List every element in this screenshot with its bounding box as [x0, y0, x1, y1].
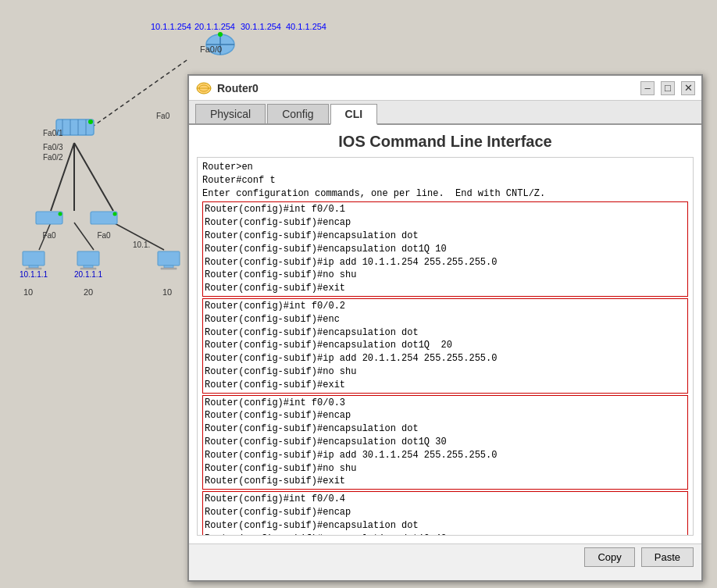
close-button[interactable]: ✕ [681, 81, 695, 95]
minimize-button[interactable]: – [640, 81, 655, 95]
svg-rect-28 [164, 265, 173, 268]
svg-rect-23 [26, 268, 41, 269]
pc1-switch: Fa0 [35, 211, 63, 240]
ip-label-20: 20.1.1.254 [194, 22, 235, 31]
cli-title: IOS Command Line Interface [189, 125, 701, 157]
cmd-block-3: Router(config)#int f0/0.3 Router(config-… [202, 395, 688, 490]
cli-line-conf: Router#conf t [202, 174, 688, 187]
cli-terminal[interactable]: Router>en Router#conf t Enter configurat… [197, 157, 694, 536]
tab-config[interactable]: Config [267, 104, 328, 123]
maximize-button[interactable]: □ [661, 81, 675, 95]
svg-rect-24 [77, 251, 99, 265]
svg-rect-21 [23, 251, 45, 265]
subnet-label: 10.1. [133, 241, 150, 249]
svg-line-2 [74, 143, 113, 211]
svg-line-0 [86, 59, 187, 131]
copy-button[interactable]: Copy [584, 547, 634, 567]
fa0-0-label: Fa0/0 [200, 45, 222, 54]
window-titlebar: Router0 – □ ✕ [189, 76, 701, 101]
tab-cli[interactable]: CLI [330, 104, 378, 125]
svg-rect-27 [158, 251, 180, 265]
cli-line-en: Router>en [202, 161, 688, 174]
cmd-block-4: Router(config)#int f0/0.4 Router(config-… [202, 491, 688, 536]
ip-label-10: 10.1.1.254 [151, 22, 191, 31]
window-title: Router0 [217, 82, 259, 94]
fa01-label: Fa0/1 [43, 129, 63, 137]
vlan10-label: 10 [23, 287, 33, 297]
fa02-label: Fa0/2 [43, 153, 63, 162]
vlan30-label: 10 [162, 287, 172, 297]
svg-rect-25 [84, 265, 93, 268]
tab-physical[interactable]: Physical [195, 104, 266, 123]
ip-label-30: 30.1.1.254 [241, 22, 281, 31]
title-left: Router0 [195, 81, 259, 95]
pc2-switch: Fa0 [90, 211, 118, 240]
cmd-block-2: Router(config)#int f0/0.2 Router(config-… [202, 298, 688, 394]
pc-20: 20.1.1.1 [74, 250, 102, 279]
svg-rect-22 [29, 265, 38, 268]
fa03-label: Fa0/3 [43, 143, 63, 151]
svg-point-16 [88, 119, 93, 124]
svg-point-18 [59, 212, 62, 216]
window-content: IOS Command Line Interface Router>en Rou… [189, 125, 701, 573]
window-tabs: Physical Config CLI [189, 101, 701, 125]
svg-point-20 [113, 212, 117, 216]
fa0-conn-label: Fa0 [156, 112, 169, 120]
window-footer: Copy Paste [189, 543, 701, 573]
cmd-block-1: Router(config)#int f0/0.1 Router(config-… [202, 201, 688, 297]
paste-button[interactable]: Paste [641, 547, 694, 567]
router-title-icon [195, 81, 212, 95]
cli-line-enter: Enter configuration commands, one per li… [202, 187, 688, 201]
vlan20-label: 20 [84, 287, 93, 297]
pc-30 [156, 250, 181, 270]
network-connections-svg [0, 0, 187, 328]
pc-10: 10.1.1.1 [20, 250, 48, 279]
window-controls[interactable]: – □ ✕ [640, 81, 695, 95]
svg-rect-26 [80, 268, 96, 269]
router-window: Router0 – □ ✕ Physical Config CLI IOS Co… [187, 74, 703, 582]
svg-point-10 [218, 32, 223, 37]
ip-label-40: 40.1.1.254 [286, 22, 326, 31]
svg-rect-29 [161, 268, 177, 269]
